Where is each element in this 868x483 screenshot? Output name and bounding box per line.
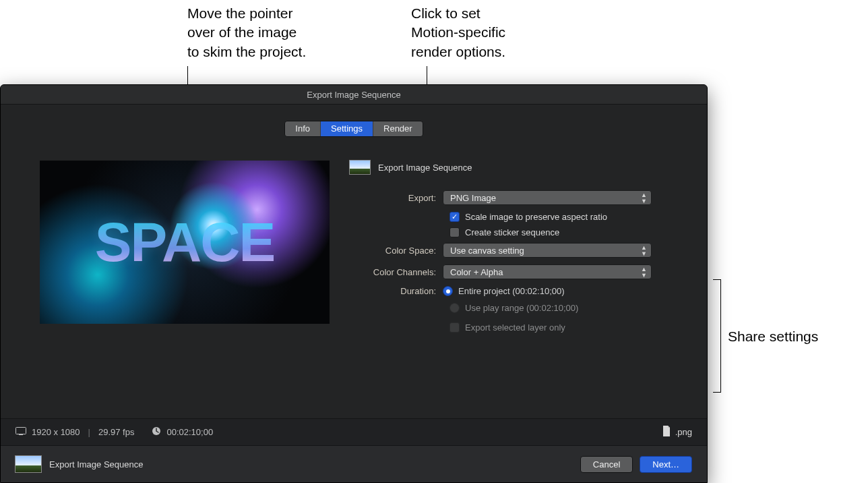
callout-skim: Move the pointer over of the image to sk…	[187, 4, 306, 61]
tab-render[interactable]: Render	[373, 121, 423, 136]
panel-header: Export Image Sequence	[350, 161, 688, 174]
status-file-extension: .png	[675, 427, 692, 437]
label-sticker-sequence: Create sticker sequence	[465, 227, 559, 237]
popup-channels-value: Color + Alpha	[450, 267, 503, 277]
radio-play-range	[450, 303, 460, 313]
label-export-selected-layer: Export selected layer only	[465, 322, 565, 333]
svg-rect-0	[16, 428, 26, 434]
document-icon	[662, 426, 671, 438]
label-colorspace: Color Space:	[350, 246, 443, 256]
tab-info[interactable]: Info	[285, 121, 321, 136]
checkbox-export-selected-layer	[450, 322, 460, 333]
label-channels: Color Channels:	[350, 267, 443, 277]
status-duration: 00:02:10;00	[166, 427, 213, 437]
popup-colorspace[interactable]: Use canvas setting ▲▼	[443, 243, 652, 258]
checkbox-scale-aspect[interactable]: ✓	[450, 212, 460, 222]
status-left: 1920 x 1080 | 29.97 fps 00:02:10;00	[16, 426, 213, 438]
preview-skimmer[interactable]: SPACE	[40, 161, 330, 324]
stepper-arrows-icon: ▲▼	[641, 245, 647, 257]
popup-color-channels[interactable]: Color + Alpha ▲▼	[443, 264, 652, 279]
row-scale: ✓ Scale image to preserve aspect ratio	[450, 212, 688, 222]
segmented-control: Info Settings Render	[284, 121, 423, 137]
cancel-button[interactable]: Cancel	[580, 456, 633, 473]
callout-render: Click to set Motion-specific render opti…	[411, 4, 505, 61]
bracket-share	[713, 279, 721, 393]
row-playrange: Use play range (00:02:10;00)	[450, 303, 688, 313]
label-export: Export:	[350, 193, 443, 203]
status-right: .png	[662, 426, 692, 438]
popup-export-value: PNG Image	[450, 193, 496, 203]
next-button[interactable]: Next…	[640, 456, 692, 473]
popup-colorspace-value: Use canvas setting	[450, 246, 524, 256]
status-separator: |	[86, 427, 93, 437]
footer-buttons: Cancel Next…	[580, 456, 692, 473]
clock-icon	[152, 426, 161, 438]
content-area: SPACE Export Image Sequence Export: PNG …	[20, 150, 688, 414]
popup-export-format[interactable]: PNG Image ▲▼	[443, 190, 652, 205]
row-duration: Duration: Entire project (00:02:10;00)	[350, 286, 688, 296]
row-sticker: Create sticker sequence	[450, 227, 688, 237]
row-export: Export: PNG Image ▲▼	[350, 190, 688, 205]
checkbox-sticker-sequence[interactable]	[450, 227, 460, 237]
panel-thumbnail-icon	[350, 161, 370, 174]
row-channels: Color Channels: Color + Alpha ▲▼	[350, 264, 688, 279]
svg-rect-1	[19, 434, 23, 435]
footer-title: Export Image Sequence	[49, 459, 143, 470]
footer-left: Export Image Sequence	[16, 456, 143, 472]
callout-share: Share settings	[728, 329, 818, 345]
status-fps: 29.97 fps	[98, 427, 135, 437]
preview-text: SPACE	[95, 210, 274, 274]
label-play-range: Use play range (00:02:10;00)	[465, 303, 578, 313]
label-entire-project: Entire project (00:02:10;00)	[458, 286, 565, 296]
row-colorspace: Color Space: Use canvas setting ▲▼	[350, 243, 688, 258]
label-scale-aspect: Scale image to preserve aspect ratio	[465, 212, 607, 222]
settings-panel: Export Image Sequence Export: PNG Image …	[350, 161, 688, 338]
label-duration: Duration:	[350, 286, 443, 296]
stepper-arrows-icon: ▲▼	[641, 192, 647, 204]
footer-thumbnail-icon	[16, 456, 41, 472]
row-export-selected: Export selected layer only	[450, 322, 688, 333]
window-title: Export Image Sequence	[1, 85, 707, 105]
export-dialog: Export Image Sequence Info Settings Rend…	[0, 84, 708, 483]
tab-settings[interactable]: Settings	[321, 121, 373, 136]
screen-icon	[16, 427, 26, 437]
radio-entire-project[interactable]	[443, 286, 453, 296]
footer-bar: Export Image Sequence Cancel Next…	[1, 445, 707, 482]
panel-title: Export Image Sequence	[378, 163, 472, 173]
status-dimensions: 1920 x 1080	[32, 427, 80, 437]
status-bar: 1920 x 1080 | 29.97 fps 00:02:10;00 .png	[1, 418, 707, 445]
tab-row: Info Settings Render	[1, 121, 707, 137]
stepper-arrows-icon: ▲▼	[641, 266, 647, 279]
